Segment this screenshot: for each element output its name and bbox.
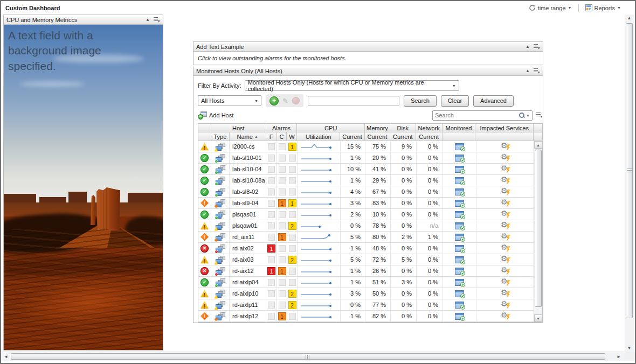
alarm-warning-count[interactable]: [287, 175, 298, 186]
col-type[interactable]: Type: [211, 132, 230, 141]
alarm-critical-count[interactable]: [277, 243, 287, 254]
impacted-services-icon[interactable]: ⚙: [501, 289, 510, 298]
monitored-icon[interactable]: ✔: [455, 188, 464, 195]
scroll-up-icon[interactable]: ▲: [625, 16, 634, 20]
table-row[interactable]: ✕ rd-aix12 1 1 1 % 26 % 0 % 0 % ✔ ⚙: [198, 265, 542, 277]
impacted-services-icon[interactable]: ⚙: [501, 165, 510, 173]
impacted-services-icon[interactable]: ⚙: [501, 210, 510, 219]
activity-filter-select[interactable]: Monitored Hosts Only (Hosts for which CP…: [245, 80, 459, 91]
collapse-icon[interactable]: ▲: [146, 18, 150, 22]
col-critical[interactable]: C: [277, 132, 287, 141]
monitored-icon[interactable]: ✔: [455, 211, 464, 218]
cpu-sparkline[interactable]: [298, 175, 341, 186]
impacted-services-icon[interactable]: ⚙: [501, 267, 510, 275]
host-name[interactable]: rd-aix03: [230, 254, 266, 265]
window-horizontal-scrollbar[interactable]: ◄ ►: [1, 352, 625, 361]
col-fatal[interactable]: F: [266, 132, 277, 141]
alarm-critical-count[interactable]: 1: [277, 198, 287, 208]
alarm-warning-count[interactable]: [287, 232, 298, 242]
host-name[interactable]: plsqaw01: [230, 220, 266, 231]
col-disk-current[interactable]: Current: [390, 132, 416, 141]
alarm-warning-count[interactable]: [287, 277, 298, 288]
scroll-up-icon[interactable]: ▲: [534, 141, 542, 149]
cpu-sparkline[interactable]: [298, 254, 341, 265]
host-name[interactable]: rd-aixlp11: [230, 299, 266, 310]
alarm-warning-count[interactable]: 1: [287, 141, 298, 152]
monitored-icon[interactable]: ✔: [455, 290, 464, 297]
alarm-warning-count[interactable]: [287, 243, 298, 254]
monitored-icon[interactable]: ✔: [455, 222, 464, 229]
alarm-fatal-count[interactable]: [266, 277, 277, 288]
alarm-fatal-count[interactable]: 1: [266, 265, 277, 276]
alarm-warning-count[interactable]: 1: [287, 198, 298, 208]
alarm-fatal-count[interactable]: [266, 175, 277, 186]
col-memory-current[interactable]: Current: [365, 132, 390, 141]
impacted-services-icon[interactable]: ⚙: [501, 278, 510, 286]
alarm-critical-count[interactable]: [277, 175, 287, 186]
delete-icon[interactable]: [292, 97, 300, 104]
scroll-left-icon[interactable]: ◄: [2, 354, 10, 359]
impacted-services-icon[interactable]: ⚙: [501, 176, 510, 185]
alarm-critical-count[interactable]: [277, 164, 287, 174]
add-host-button[interactable]: + Add Host: [198, 111, 233, 119]
table-row[interactable]: ✓ rd-aixlp04 1 % 51 % 3 % 0 % ✔ ⚙: [198, 277, 542, 288]
col-network-current[interactable]: Current: [416, 132, 443, 141]
col-group-memory[interactable]: Memory: [365, 124, 390, 132]
host-name[interactable]: lab-sl10-08a: [230, 175, 266, 186]
impacted-services-icon[interactable]: ⚙: [501, 142, 510, 151]
cpu-sparkline[interactable]: [298, 277, 341, 288]
alarms-hint-text[interactable]: Click to view outstanding alarms for the…: [193, 52, 543, 65]
filter-text-input[interactable]: [308, 96, 399, 106]
alarm-fatal-count[interactable]: [266, 299, 277, 310]
alarm-fatal-count[interactable]: [266, 186, 277, 197]
reports-control[interactable]: Reports ▼: [585, 4, 621, 11]
impacted-services-icon[interactable]: ⚙: [501, 244, 510, 253]
add-scope-button[interactable]: +: [269, 96, 279, 106]
vertical-scrollbar-thumb[interactable]: [626, 23, 633, 318]
host-name[interactable]: lab-sl10-01: [230, 152, 266, 163]
cpu-sparkline[interactable]: [298, 288, 341, 299]
alarm-fatal-count[interactable]: [266, 141, 277, 152]
table-row[interactable]: ! lab-sl9-04 1 1 3 % 83 % 0 % 0 % ✔ ⚙: [198, 198, 542, 209]
cpu-sparkline[interactable]: [298, 152, 341, 163]
host-name[interactable]: lab-sl10-04: [230, 164, 266, 174]
host-name[interactable]: rd-aix12: [230, 265, 266, 276]
impacted-services-icon[interactable]: ⚙: [501, 312, 510, 320]
col-utilization[interactable]: Utilization: [297, 132, 340, 141]
table-row[interactable]: ! rd-aixlp11 2 0 % 77 % 0 % 0 % ✔ ⚙: [198, 299, 542, 311]
table-row[interactable]: ! rd_aix11 1 5 % 80 % 2 % 1 % ✔ ⚙: [198, 232, 542, 243]
alarm-critical-count[interactable]: 1: [277, 265, 287, 276]
collapse-icon[interactable]: ▲: [526, 45, 530, 49]
alarm-fatal-count[interactable]: [266, 209, 277, 220]
alarm-critical-count[interactable]: [277, 152, 287, 163]
cpu-sparkline[interactable]: [298, 220, 341, 231]
impacted-services-icon[interactable]: ⚙: [501, 153, 510, 162]
alarm-critical-count[interactable]: 1: [277, 232, 287, 242]
alarm-warning-count[interactable]: [287, 209, 298, 220]
alarm-critical-count[interactable]: [277, 186, 287, 197]
monitored-icon[interactable]: ✔: [455, 200, 464, 207]
alarm-warning-count[interactable]: 2: [287, 220, 298, 231]
table-menu-icon[interactable]: [536, 110, 543, 120]
monitored-icon[interactable]: ✔: [455, 279, 464, 286]
col-group-host[interactable]: Host: [211, 124, 266, 132]
col-group-cpu[interactable]: CPU: [297, 124, 365, 132]
monitored-icon[interactable]: ✔: [455, 245, 464, 252]
alarm-critical-count[interactable]: [277, 288, 287, 299]
window-vertical-scrollbar[interactable]: ▲ ▼: [625, 15, 634, 352]
scroll-right-icon[interactable]: ►: [615, 354, 623, 359]
chevron-down-icon[interactable]: ▼: [526, 114, 530, 117]
host-scope-select[interactable]: All Hosts ▼: [198, 95, 261, 106]
cpu-sparkline[interactable]: [298, 232, 341, 242]
table-row[interactable]: ✓ lab-sl10-04 10 % 41 % 0 % 0 % ✔ ⚙: [198, 164, 542, 175]
cpu-sparkline[interactable]: [298, 311, 341, 321]
alarm-critical-count[interactable]: 1: [277, 311, 287, 321]
table-row[interactable]: ✓ lab-sl10-08a 1 % 29 % 0 % 0 % ✔ ⚙: [198, 175, 542, 186]
monitored-icon[interactable]: ✔: [455, 234, 464, 241]
alarm-warning-count[interactable]: 2: [287, 299, 298, 310]
edit-icon[interactable]: ✎: [282, 97, 288, 105]
col-group-alarms[interactable]: Alarms: [266, 124, 298, 132]
alarm-fatal-count[interactable]: [266, 198, 277, 208]
host-name[interactable]: l2000-cs: [230, 141, 266, 152]
scroll-down-icon[interactable]: ▼: [534, 314, 542, 322]
